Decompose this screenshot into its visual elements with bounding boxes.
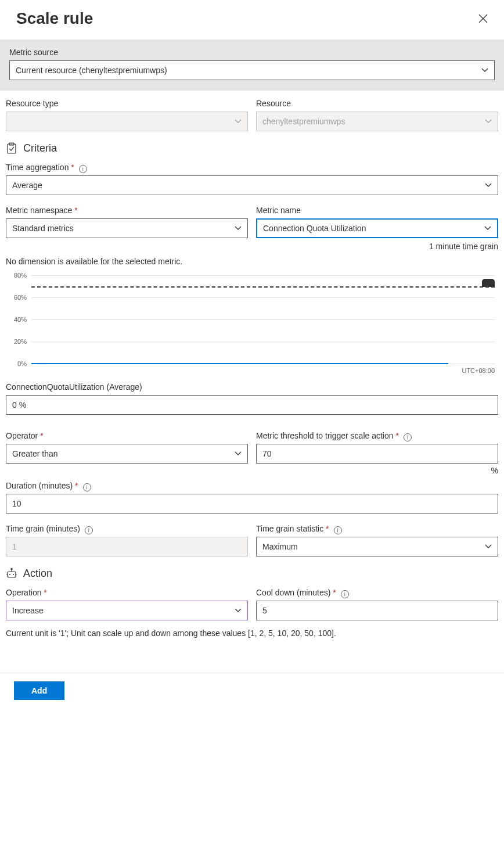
resource-type-label: Resource type bbox=[6, 99, 248, 108]
chart-ytick-20: 20% bbox=[6, 338, 27, 345]
info-icon[interactable]: i bbox=[79, 165, 87, 173]
close-button[interactable] bbox=[478, 14, 488, 23]
current-metric-value: 0 % bbox=[12, 400, 26, 410]
chart-ytick-0: 0% bbox=[6, 360, 27, 367]
criteria-section-title: Criteria bbox=[23, 142, 57, 155]
time-aggregation-value: Average bbox=[12, 181, 42, 190]
chart-ytick-40: 40% bbox=[6, 316, 27, 323]
add-button[interactable]: Add bbox=[14, 681, 64, 700]
chevron-down-icon bbox=[485, 119, 492, 124]
threshold-input[interactable]: 70 bbox=[256, 444, 498, 464]
time-grain-statistic-select[interactable]: Maximum bbox=[256, 537, 498, 556]
threshold-label: Metric threshold to trigger scale action bbox=[256, 431, 399, 440]
scale-units-note: Current unit is '1'; Unit can scale up a… bbox=[6, 629, 498, 638]
chevron-down-icon bbox=[235, 608, 242, 613]
bot-icon bbox=[6, 567, 17, 580]
time-grain-value: 1 bbox=[12, 542, 17, 551]
svg-rect-2 bbox=[8, 572, 16, 577]
svg-point-5 bbox=[9, 574, 10, 575]
info-icon[interactable]: i bbox=[334, 526, 342, 534]
metric-source-select[interactable]: Current resource (chenyltestpremiumwps) bbox=[9, 60, 495, 80]
time-grain-statistic-label: Time grain statistic bbox=[256, 524, 329, 533]
chart-timezone: UTC+08:00 bbox=[462, 367, 495, 374]
action-section-header: Action bbox=[6, 567, 498, 580]
resource-value: chenyltestpremiumwps bbox=[262, 117, 345, 126]
metric-namespace-select[interactable]: Standard metrics bbox=[6, 218, 248, 238]
svg-point-6 bbox=[13, 574, 14, 575]
duration-input[interactable]: 10 bbox=[6, 494, 498, 514]
operation-label: Operation bbox=[6, 588, 248, 597]
resource-type-select bbox=[6, 112, 248, 131]
info-icon[interactable]: i bbox=[341, 590, 349, 598]
chevron-down-icon bbox=[484, 226, 491, 231]
metric-name-label: Metric name bbox=[256, 206, 498, 215]
current-metric-label: ConnectionQuotaUtilization (Average) bbox=[6, 382, 498, 392]
chevron-down-icon bbox=[235, 226, 242, 231]
chart-ytick-80: 80% bbox=[6, 272, 27, 279]
info-icon[interactable]: i bbox=[83, 483, 91, 491]
svg-point-4 bbox=[11, 568, 12, 569]
dimension-note: No dimension is available for the select… bbox=[6, 257, 498, 266]
chart-ytick-60: 60% bbox=[6, 294, 27, 301]
operator-select[interactable]: Greater than bbox=[6, 444, 248, 464]
metric-chart: 80% 60% 40% 20% 0% UTC+08:00 bbox=[6, 271, 498, 375]
info-icon[interactable]: i bbox=[404, 433, 412, 441]
action-section-title: Action bbox=[23, 568, 52, 580]
resource-label: Resource bbox=[256, 99, 498, 108]
metric-source-value: Current resource (chenyltestpremiumwps) bbox=[16, 66, 167, 75]
time-grain-statistic-value: Maximum bbox=[262, 542, 298, 551]
current-metric-value-field: 0 % bbox=[6, 395, 498, 415]
metric-source-label: Metric source bbox=[9, 48, 495, 57]
time-aggregation-label: Time aggregation bbox=[6, 163, 74, 172]
chevron-down-icon bbox=[235, 451, 242, 456]
chevron-down-icon bbox=[235, 119, 242, 124]
metric-namespace-label: Metric namespace bbox=[6, 206, 248, 215]
operation-value: Increase bbox=[12, 606, 44, 615]
threshold-unit: % bbox=[256, 466, 498, 475]
info-icon[interactable]: i bbox=[85, 526, 93, 534]
operation-select[interactable]: Increase bbox=[6, 601, 248, 620]
metric-name-select[interactable]: Connection Quota Utilization bbox=[256, 218, 498, 238]
chevron-down-icon bbox=[485, 544, 492, 549]
cooldown-label: Cool down (minutes) bbox=[256, 588, 336, 597]
duration-label: Duration (minutes) bbox=[6, 481, 78, 490]
chevron-down-icon bbox=[481, 68, 488, 73]
time-grain-note: 1 minute time grain bbox=[256, 242, 498, 251]
time-aggregation-select[interactable]: Average bbox=[6, 175, 498, 195]
panel-title: Scale rule bbox=[16, 9, 93, 28]
resource-select: chenyltestpremiumwps bbox=[256, 112, 498, 131]
chevron-down-icon bbox=[485, 183, 492, 188]
cooldown-value: 5 bbox=[262, 606, 267, 615]
time-grain-input: 1 bbox=[6, 537, 248, 556]
threshold-value: 70 bbox=[262, 449, 272, 458]
chart-data-line bbox=[31, 363, 448, 364]
clipboard-check-icon bbox=[6, 142, 17, 155]
duration-value: 10 bbox=[12, 499, 21, 508]
metric-namespace-value: Standard metrics bbox=[12, 224, 74, 233]
criteria-section-header: Criteria bbox=[6, 142, 498, 155]
chart-data-hump bbox=[482, 279, 495, 287]
cooldown-input[interactable]: 5 bbox=[256, 601, 498, 620]
operator-value: Greater than bbox=[12, 449, 58, 458]
time-grain-label: Time grain (minutes) bbox=[6, 524, 80, 533]
operator-label: Operator bbox=[6, 431, 248, 440]
metric-name-value: Connection Quota Utilization bbox=[263, 224, 366, 233]
chart-threshold-line bbox=[31, 286, 495, 288]
